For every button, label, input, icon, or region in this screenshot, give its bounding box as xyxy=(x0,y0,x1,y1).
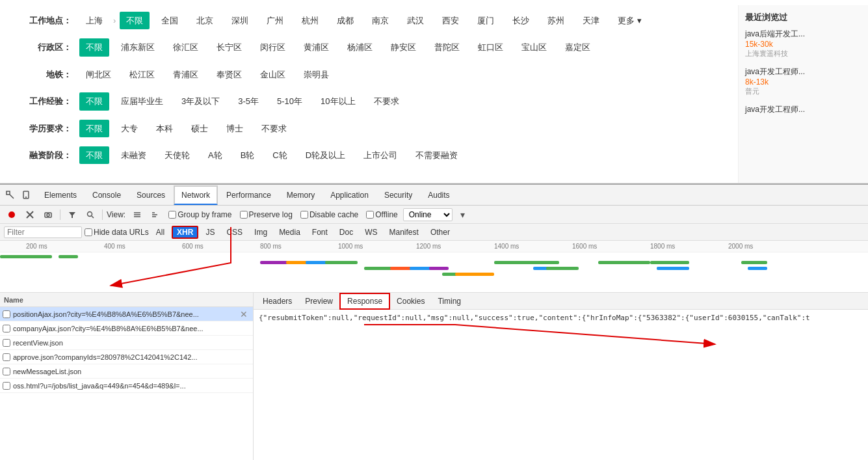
location-tag-quanguo[interactable]: 全国 xyxy=(155,12,185,29)
fund-a[interactable]: A轮 xyxy=(202,146,229,164)
district-jiading[interactable]: 嘉定区 xyxy=(559,38,597,56)
metro-songjiang[interactable]: 松江区 xyxy=(123,66,161,83)
filter-input[interactable] xyxy=(4,226,82,238)
network-item-1-close[interactable]: ✕ xyxy=(237,309,250,319)
network-item-1-checkbox[interactable] xyxy=(3,310,10,318)
fund-b[interactable]: B轮 xyxy=(234,146,261,164)
type-btn-all[interactable]: All xyxy=(151,226,169,238)
location-tag-suzhou[interactable]: 苏州 xyxy=(541,12,571,29)
edu-unlimited[interactable]: 不限 xyxy=(79,120,109,137)
district-jingan[interactable]: 静安区 xyxy=(384,38,423,56)
type-btn-media[interactable]: Media xyxy=(274,226,305,238)
inspect-icon[interactable] xyxy=(3,187,18,203)
detail-tab-preview[interactable]: Preview xyxy=(298,294,339,308)
location-tag-hangzhou[interactable]: 杭州 xyxy=(295,12,325,29)
network-item-2[interactable]: companyAjax.json?city=%E4%B8%8A%E6%B5%B7… xyxy=(0,321,253,336)
type-btn-manifest[interactable]: Manifest xyxy=(385,226,423,238)
location-tag-xian[interactable]: 西安 xyxy=(436,12,466,29)
detail-tab-cookies[interactable]: Cookies xyxy=(390,294,431,308)
search-icon[interactable] xyxy=(83,207,98,223)
clear-btn[interactable] xyxy=(22,207,38,223)
metro-chongming[interactable]: 崇明县 xyxy=(297,66,335,83)
location-tag-changsha[interactable]: 长沙 xyxy=(506,12,536,29)
detail-tab-headers[interactable]: Headers xyxy=(256,294,298,308)
tab-security[interactable]: Security xyxy=(377,186,419,204)
district-tag-unlimited[interactable]: 不限 xyxy=(79,38,109,56)
edu-phd[interactable]: 博士 xyxy=(220,120,250,137)
network-item-5[interactable]: newMessageList.json xyxy=(0,364,253,379)
fund-none[interactable]: 未融资 xyxy=(114,146,153,164)
edu-master[interactable]: 硕士 xyxy=(185,120,215,137)
tab-application[interactable]: Application xyxy=(323,186,376,204)
metro-fengxian[interactable]: 奉贤区 xyxy=(210,66,248,83)
district-minhang[interactable]: 闵行区 xyxy=(254,38,292,56)
network-item-4-checkbox[interactable] xyxy=(3,353,10,361)
preserve-log-checkbox[interactable]: Preserve log xyxy=(240,210,293,219)
exp-10above[interactable]: 10年以上 xyxy=(314,92,362,110)
type-btn-doc[interactable]: Doc xyxy=(335,226,358,238)
tab-elements[interactable]: Elements xyxy=(37,186,84,204)
exp-3below[interactable]: 3年及以下 xyxy=(175,92,226,110)
fund-unlimited[interactable]: 不限 xyxy=(79,146,109,164)
edu-none[interactable]: 不要求 xyxy=(255,120,293,137)
detail-tab-response[interactable]: Response xyxy=(339,293,390,310)
network-item-2-checkbox[interactable] xyxy=(3,325,10,332)
type-btn-ws[interactable]: WS xyxy=(360,226,382,238)
fund-notneed[interactable]: 不需要融资 xyxy=(409,146,464,164)
exp-none[interactable]: 不要求 xyxy=(367,92,406,110)
exp-3-5[interactable]: 3-5年 xyxy=(231,92,265,110)
location-tag-shanghai[interactable]: 上海 xyxy=(79,12,109,29)
location-tag-more[interactable]: 更多 ▾ xyxy=(611,12,648,29)
tab-performance[interactable]: Performance xyxy=(219,186,278,204)
detail-tab-timing[interactable]: Timing xyxy=(431,294,467,308)
network-item-6[interactable]: oss.html?u=/jobs/list_java&q=449&n=454&d… xyxy=(0,379,253,393)
online-select[interactable]: Online Offline Slow 3G Fast 3G xyxy=(403,208,453,221)
type-btn-img[interactable]: Img xyxy=(250,226,272,238)
dropdown-icon[interactable]: ▾ xyxy=(455,207,471,223)
exp-fresh[interactable]: 应届毕业生 xyxy=(114,92,170,110)
network-item-6-checkbox[interactable] xyxy=(3,382,10,390)
location-tag-tianjin[interactable]: 天津 xyxy=(576,12,606,29)
metro-qingpu[interactable]: 青浦区 xyxy=(166,66,205,83)
fund-d[interactable]: D轮及以上 xyxy=(299,146,352,164)
district-yangpu[interactable]: 杨浦区 xyxy=(341,38,379,56)
network-item-1[interactable]: positionAjax.json?city=%E4%B8%8A%E6%B5%B… xyxy=(0,307,253,321)
device-icon[interactable] xyxy=(18,187,34,203)
network-item-5-checkbox[interactable] xyxy=(3,368,10,375)
metro-jinshan[interactable]: 金山区 xyxy=(254,66,292,83)
location-tag-unlimited[interactable]: 不限 xyxy=(120,12,150,29)
type-btn-css[interactable]: CSS xyxy=(222,226,247,238)
record-btn[interactable] xyxy=(4,207,20,223)
exp-unlimited[interactable]: 不限 xyxy=(79,92,109,110)
district-hongkou[interactable]: 虹口区 xyxy=(471,38,510,56)
district-changning[interactable]: 长宁区 xyxy=(210,38,248,56)
tab-memory[interactable]: Memory xyxy=(280,186,322,204)
district-baoshan[interactable]: 宝山区 xyxy=(515,38,553,56)
fund-c[interactable]: C轮 xyxy=(266,146,293,164)
sidebar-job-2[interactable]: java开发工程师... 8k-13k 普元 xyxy=(745,66,861,96)
camera-btn[interactable] xyxy=(40,207,56,223)
network-item-3[interactable]: recentView.json xyxy=(0,336,253,350)
location-tag-guangzhou[interactable]: 广州 xyxy=(260,12,290,29)
disable-cache-checkbox[interactable]: Disable cache xyxy=(300,210,358,219)
type-btn-other[interactable]: Other xyxy=(426,226,454,238)
edu-college[interactable]: 大专 xyxy=(114,120,144,137)
type-btn-font[interactable]: Font xyxy=(308,226,332,238)
location-tag-xiamen[interactable]: 厦门 xyxy=(471,12,501,29)
district-putuo[interactable]: 普陀区 xyxy=(428,38,466,56)
sidebar-job-3[interactable]: java开发工程师... xyxy=(745,104,861,115)
network-item-4[interactable]: approve.json?companyIds=280978%2C142041%… xyxy=(0,350,253,364)
hide-data-urls-checkbox[interactable]: Hide data URLs xyxy=(85,228,149,237)
district-pudong[interactable]: 浦东新区 xyxy=(114,38,161,56)
list-view-btn[interactable] xyxy=(129,207,145,223)
network-item-3-checkbox[interactable] xyxy=(3,339,10,347)
timeline-view-btn[interactable] xyxy=(148,207,163,223)
location-tag-shenzhen[interactable]: 深圳 xyxy=(225,12,255,29)
location-tag-beijing[interactable]: 北京 xyxy=(190,12,220,29)
tab-console[interactable]: Console xyxy=(85,186,128,204)
edu-bachelor[interactable]: 本科 xyxy=(150,120,179,137)
fund-angel[interactable]: 天使轮 xyxy=(158,146,196,164)
tab-sources[interactable]: Sources xyxy=(129,186,172,204)
district-huangpu[interactable]: 黄浦区 xyxy=(297,38,335,56)
filter-icon[interactable] xyxy=(64,207,80,223)
